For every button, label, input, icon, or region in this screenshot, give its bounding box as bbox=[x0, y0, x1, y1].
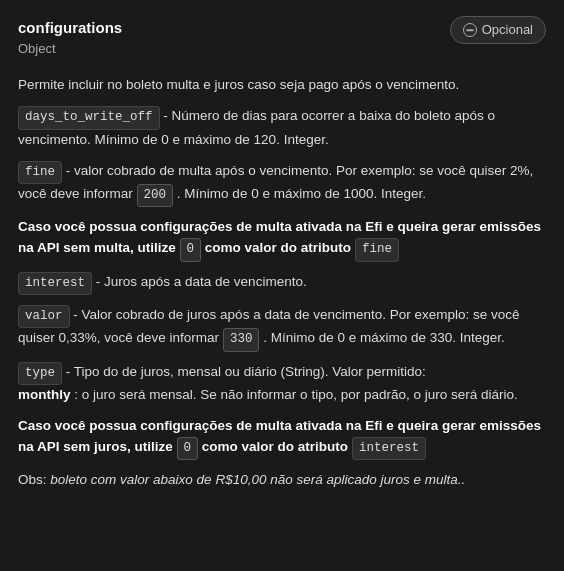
interest-warning-section: Caso você possua configurações de multa … bbox=[18, 416, 546, 460]
intro-text: Permite incluir no boleto multa e juros … bbox=[18, 77, 459, 92]
interest-warning-code: interest bbox=[352, 437, 426, 460]
header-row: configurations Object Opcional bbox=[18, 16, 546, 71]
minus-circle-icon bbox=[463, 23, 477, 37]
interest-code: interest bbox=[18, 272, 92, 295]
configurations-container: configurations Object Opcional Permite i… bbox=[18, 16, 546, 491]
valor-value: 330 bbox=[223, 328, 260, 351]
interest-warning-zero: 0 bbox=[177, 437, 199, 460]
fine-desc2: . Mínimo de 0 e máximo de 1000. Integer. bbox=[177, 186, 426, 201]
optional-badge: Opcional bbox=[450, 16, 546, 44]
obs-italic-text: boleto com valor abaixo de R$10,00 não s… bbox=[50, 472, 465, 487]
header-left: configurations Object bbox=[18, 16, 122, 71]
page-title: configurations bbox=[18, 16, 122, 39]
obs-section: Obs: boleto com valor abaixo de R$10,00 … bbox=[18, 470, 546, 491]
type-desc: - Tipo do de juros, mensal ou diário (St… bbox=[66, 364, 426, 379]
valor-section: valor - Valor cobrado de juros após a da… bbox=[18, 305, 546, 352]
obs-label: Obs: bbox=[18, 472, 47, 487]
fine-warning-bold-end: como valor do atributo bbox=[205, 240, 351, 255]
interest-warning-bold-end: como valor do atributo bbox=[202, 439, 348, 454]
fine-code: fine bbox=[18, 161, 62, 184]
type-bold-sub: monthly bbox=[18, 387, 71, 402]
fine-value: 200 bbox=[137, 184, 174, 207]
interest-desc: - Juros após a data de vencimento. bbox=[96, 274, 307, 289]
interest-section: interest - Juros após a data de vencimen… bbox=[18, 272, 546, 295]
fine-warning-code: fine bbox=[355, 238, 399, 261]
type-desc3: : o juro será mensal. Se não informar o … bbox=[74, 387, 517, 402]
type-section: type - Tipo do de juros, mensal ou diári… bbox=[18, 362, 546, 406]
fine-warning-section: Caso você possua configurações de multa … bbox=[18, 217, 546, 261]
optional-label: Opcional bbox=[482, 20, 533, 40]
days-to-write-off-code: days_to_write_off bbox=[18, 106, 160, 129]
type-code: type bbox=[18, 362, 62, 385]
days-to-write-off-section: days_to_write_off - Número de dias para … bbox=[18, 106, 546, 150]
object-type: Object bbox=[18, 39, 122, 59]
valor-code: valor bbox=[18, 305, 70, 328]
fine-warning-zero: 0 bbox=[180, 238, 202, 261]
intro-section: Permite incluir no boleto multa e juros … bbox=[18, 75, 546, 96]
valor-desc2: . Mínimo de 0 e máximo de 330. Integer. bbox=[263, 330, 505, 345]
fine-section: fine - valor cobrado de multa após o ven… bbox=[18, 161, 546, 208]
